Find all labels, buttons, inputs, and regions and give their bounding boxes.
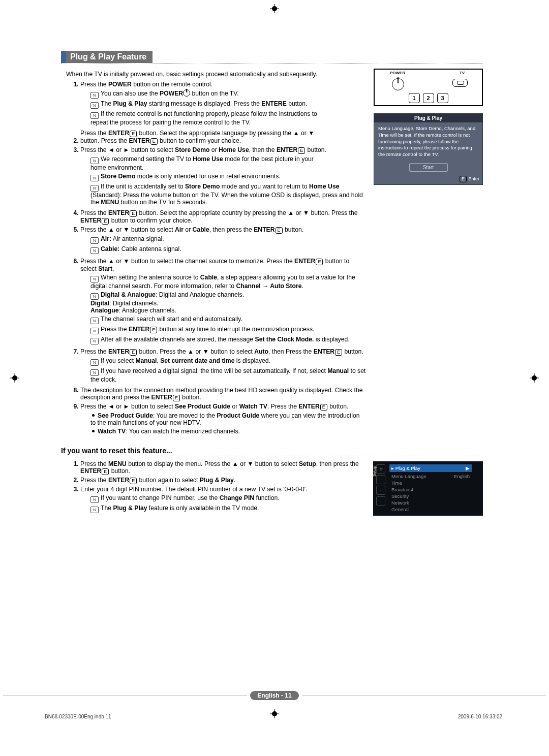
start-button[interactable]: Start	[409, 163, 448, 172]
note-icon: N	[90, 92, 99, 99]
reset-heading: If you want to reset this feature...	[61, 447, 483, 456]
menu-row[interactable]: Time	[389, 480, 472, 486]
enter-icon: E	[130, 349, 137, 356]
doc-footer: BN68-02330E-00Eng.indb 11 2009-6-10 16:3…	[45, 714, 502, 719]
menu-row[interactable]: General	[389, 506, 472, 513]
section-title: Plug & Play Feature	[66, 51, 152, 63]
note-icon: N	[90, 276, 99, 282]
plug-play-popup: Plug & Play Menu Language, Store Demo, C…	[374, 113, 483, 185]
power-icon	[183, 89, 190, 97]
page-number: English - 11	[250, 691, 298, 700]
enter-icon: E	[298, 147, 305, 154]
menu-side-icons: ⚙ · · ·	[376, 464, 386, 507]
note-icon: N	[90, 158, 99, 164]
enter-icon: E	[173, 395, 180, 401]
section-header: Plug & Play Feature	[61, 51, 483, 64]
gear-icon: ⚙	[376, 464, 385, 474]
popup-enter-hint: E E EnterEnter	[374, 175, 482, 184]
popup-title: Plug & Play	[374, 114, 482, 122]
menu-row[interactable]: Menu Language: English	[389, 473, 472, 480]
menu-icon: ·	[376, 496, 385, 506]
step-2: Press the ENTERE button. Select the appr…	[80, 129, 367, 145]
enter-icon: E	[130, 478, 137, 484]
reset-step-2: Press the ENTERE button again to select …	[80, 476, 375, 485]
enter-icon: E	[320, 404, 327, 411]
power-icon	[392, 78, 404, 90]
enter-icon: E	[102, 468, 109, 475]
remote-diagram: POWER TV 1 2 3	[374, 69, 483, 106]
menu-row-highlighted[interactable]: ▸ Plug & Play▶	[389, 464, 472, 472]
menu-row[interactable]: Network	[389, 499, 472, 506]
setup-menu-screenshot: ⚙ · · · Setup ▸ Plug & Play▶ Menu Langua…	[373, 461, 483, 516]
step-1: Press the POWER button on the remote con…	[80, 80, 367, 129]
menu-icon: ·	[376, 486, 385, 495]
reg-mark-icon	[10, 373, 19, 383]
note-icon: N	[90, 237, 99, 244]
enter-icon: E	[276, 227, 283, 234]
step-8: The description for the connection metho…	[80, 386, 367, 402]
note-icon: N	[90, 185, 99, 192]
doc-timestamp: 2009-6-10 16:33:02	[458, 714, 502, 719]
step-4: Press the ENTERE button. Select the appr…	[80, 208, 367, 225]
step-9: Press the ◄ or ► button to select See Pr…	[80, 402, 367, 437]
step-7: Press the ENTERE button. Press the ▲ or …	[80, 347, 367, 386]
enter-icon: E	[130, 131, 137, 137]
popup-message: Menu Language, Store Demo, Channels, and…	[374, 122, 482, 160]
note-icon: N	[90, 507, 99, 513]
step-6: Press the ▲ or ▼ button to select the ch…	[80, 257, 367, 347]
reset-step-1: Press the MENU button to display the men…	[80, 459, 375, 476]
menu-side-label: Setup	[372, 466, 377, 477]
reg-mark-icon	[530, 373, 539, 383]
menu-icon: ·	[376, 475, 385, 484]
note-icon: N	[90, 328, 99, 334]
menu-row[interactable]: Security	[389, 493, 472, 499]
note-icon: N	[90, 247, 99, 254]
reset-step-list: Press the MENU button to display the men…	[66, 459, 375, 516]
tv-button-icon	[452, 79, 468, 87]
note-icon: N	[90, 112, 99, 119]
note-icon: N	[90, 369, 99, 376]
reg-mark-icon	[270, 4, 279, 13]
note-icon: N	[90, 293, 99, 300]
enter-icon: E	[150, 138, 158, 145]
menu-row[interactable]: Broadcast	[389, 486, 472, 493]
bullet-icon	[92, 430, 95, 432]
note-icon: N	[90, 318, 99, 324]
enter-icon: E	[102, 218, 109, 225]
enter-icon: E	[460, 176, 467, 182]
enter-icon: E	[150, 327, 157, 333]
page-content: Plug & Play Feature When the TV is initi…	[61, 51, 483, 516]
tv-label: TV	[460, 71, 465, 75]
note-icon: N	[90, 496, 99, 503]
power-label: POWER	[390, 71, 405, 75]
page-footer: English - 11	[0, 691, 549, 700]
note-icon: N	[90, 359, 99, 366]
bullet-icon	[92, 414, 95, 417]
note-icon: N	[90, 338, 99, 344]
note-icon: N	[90, 102, 99, 109]
note-icon: N	[90, 175, 99, 181]
enter-icon: E	[335, 349, 342, 356]
step-3: Press the ◄ or ► button to select Store …	[80, 145, 367, 208]
accent-bar	[61, 51, 66, 63]
reset-step-3: Enter your 4 digit PIN number. The defau…	[80, 485, 375, 516]
step-list: Press the POWER button on the remote con…	[66, 80, 367, 437]
enter-icon: E	[316, 259, 323, 265]
enter-icon: E	[130, 210, 137, 217]
step-5: Press the ▲ or ▼ button to select Air or…	[80, 225, 367, 257]
number-row: 1 2 3	[375, 93, 482, 103]
intro-text: When the TV is initially powered on, bas…	[66, 71, 367, 78]
doc-id: BN68-02330E-00Eng.indb 11	[45, 714, 111, 719]
